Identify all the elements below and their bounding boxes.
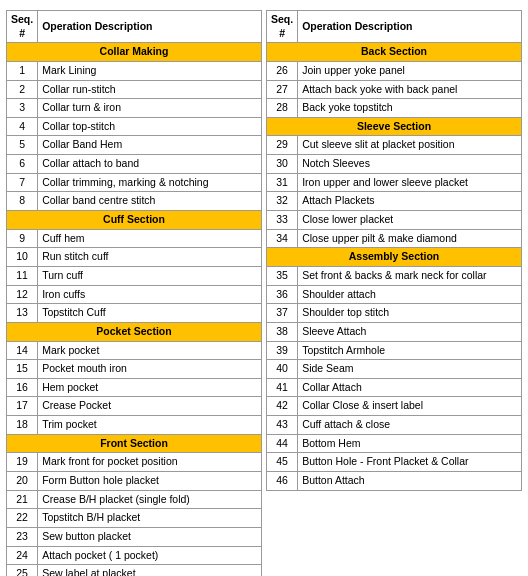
desc-cell: Collar band centre stitch bbox=[38, 192, 262, 211]
seq-cell: 9 bbox=[7, 229, 38, 248]
table-row: 14Mark pocket bbox=[7, 341, 262, 360]
left-table: Seq. # Operation Description Collar Maki… bbox=[6, 10, 262, 576]
table-row: 9Cuff hem bbox=[7, 229, 262, 248]
table-row: 7Collar trimming, marking & notching bbox=[7, 173, 262, 192]
seq-cell: 38 bbox=[267, 322, 298, 341]
table-row: 24Attach pocket ( 1 pocket) bbox=[7, 546, 262, 565]
seq-cell: 21 bbox=[7, 490, 38, 509]
seq-cell: 36 bbox=[267, 285, 298, 304]
desc-cell: Button Hole - Front Placket & Collar bbox=[298, 453, 522, 472]
seq-cell: 28 bbox=[267, 99, 298, 118]
desc-cell: Collar turn & iron bbox=[38, 99, 262, 118]
desc-cell: Cuff hem bbox=[38, 229, 262, 248]
seq-cell: 34 bbox=[267, 229, 298, 248]
left-table-section: Seq. # Operation Description Collar Maki… bbox=[6, 10, 262, 576]
table-row: 12Iron cuffs bbox=[7, 285, 262, 304]
seq-cell: 22 bbox=[7, 509, 38, 528]
table-row: 3Collar turn & iron bbox=[7, 99, 262, 118]
seq-cell: 4 bbox=[7, 117, 38, 136]
table-row: 35Set front & backs & mark neck for coll… bbox=[267, 266, 522, 285]
seq-cell: 29 bbox=[267, 136, 298, 155]
desc-cell: Collar Close & insert label bbox=[298, 397, 522, 416]
table-row: 13Topstitch Cuff bbox=[7, 304, 262, 323]
seq-cell: 19 bbox=[7, 453, 38, 472]
table-row: 25Sew label at placket bbox=[7, 565, 262, 576]
table-row: 1Mark Lining bbox=[7, 61, 262, 80]
desc-cell: Notch Sleeves bbox=[298, 155, 522, 174]
desc-cell: Cut sleeve slit at placket position bbox=[298, 136, 522, 155]
table-row: 36Shoulder attach bbox=[267, 285, 522, 304]
seq-cell: 25 bbox=[7, 565, 38, 576]
table-row: 20Form Button hole placket bbox=[7, 472, 262, 491]
seq-cell: 7 bbox=[7, 173, 38, 192]
desc-cell: Attach Plackets bbox=[298, 192, 522, 211]
table-row: 37Shoulder top stitch bbox=[267, 304, 522, 323]
desc-cell: Button Attach bbox=[298, 472, 522, 491]
desc-cell: Topstitch B/H placket bbox=[38, 509, 262, 528]
seq-cell: 11 bbox=[7, 266, 38, 285]
desc-cell: Topstitch Cuff bbox=[38, 304, 262, 323]
seq-cell: 13 bbox=[7, 304, 38, 323]
seq-cell: 41 bbox=[267, 378, 298, 397]
seq-cell: 12 bbox=[7, 285, 38, 304]
section-header: Pocket Section bbox=[7, 322, 262, 341]
seq-cell: 18 bbox=[7, 416, 38, 435]
table-row: 43Cuff attach & close bbox=[267, 416, 522, 435]
desc-cell: Iron cuffs bbox=[38, 285, 262, 304]
desc-cell: Cuff attach & close bbox=[298, 416, 522, 435]
right-table: Seq. # Operation Description Back Sectio… bbox=[266, 10, 522, 491]
table-row: 6Collar attach to band bbox=[7, 155, 262, 174]
table-row: Cuff Section bbox=[7, 211, 262, 230]
desc-cell: Mark Lining bbox=[38, 61, 262, 80]
seq-cell: 32 bbox=[267, 192, 298, 211]
desc-cell: Crease Pocket bbox=[38, 397, 262, 416]
desc-cell: Attach pocket ( 1 pocket) bbox=[38, 546, 262, 565]
desc-cell: Shoulder top stitch bbox=[298, 304, 522, 323]
seq-cell: 26 bbox=[267, 61, 298, 80]
seq-cell: 30 bbox=[267, 155, 298, 174]
seq-cell: 8 bbox=[7, 192, 38, 211]
section-header: Front Section bbox=[7, 434, 262, 453]
table-row: 2Collar run-stitch bbox=[7, 80, 262, 99]
section-header: Back Section bbox=[267, 43, 522, 62]
seq-cell: 6 bbox=[7, 155, 38, 174]
table-row: 11Turn cuff bbox=[7, 266, 262, 285]
table-row: Sleeve Section bbox=[267, 117, 522, 136]
seq-cell: 43 bbox=[267, 416, 298, 435]
table-row: 46Button Attach bbox=[267, 472, 522, 491]
desc-cell: Mark front for pocket position bbox=[38, 453, 262, 472]
seq-cell: 15 bbox=[7, 360, 38, 379]
desc-cell: Crease B/H placket (single fold) bbox=[38, 490, 262, 509]
seq-cell: 35 bbox=[267, 266, 298, 285]
desc-cell: Iron upper and lower sleeve placket bbox=[298, 173, 522, 192]
table-row: 22Topstitch B/H placket bbox=[7, 509, 262, 528]
desc-cell: Run stitch cuff bbox=[38, 248, 262, 267]
desc-cell: Form Button hole placket bbox=[38, 472, 262, 491]
desc-cell: Pocket mouth iron bbox=[38, 360, 262, 379]
desc-cell: Collar top-stitch bbox=[38, 117, 262, 136]
table-row: 16Hem pocket bbox=[7, 378, 262, 397]
main-wrapper: Seq. # Operation Description Collar Maki… bbox=[0, 0, 528, 576]
desc-cell: Shoulder attach bbox=[298, 285, 522, 304]
desc-cell: Side Seam bbox=[298, 360, 522, 379]
table-row: 44Bottom Hem bbox=[267, 434, 522, 453]
table-row: 31Iron upper and lower sleeve placket bbox=[267, 173, 522, 192]
seq-cell: 14 bbox=[7, 341, 38, 360]
seq-cell: 45 bbox=[267, 453, 298, 472]
desc-cell: Collar trimming, marking & notching bbox=[38, 173, 262, 192]
desc-cell: Collar Band Hem bbox=[38, 136, 262, 155]
table-row: 38Sleeve Attach bbox=[267, 322, 522, 341]
desc-cell: Turn cuff bbox=[38, 266, 262, 285]
desc-cell: Sew label at placket bbox=[38, 565, 262, 576]
desc-cell: Sew button placket bbox=[38, 527, 262, 546]
seq-cell: 5 bbox=[7, 136, 38, 155]
desc-cell: Collar attach to band bbox=[38, 155, 262, 174]
seq-cell: 40 bbox=[267, 360, 298, 379]
seq-cell: 27 bbox=[267, 80, 298, 99]
section-header: Cuff Section bbox=[7, 211, 262, 230]
desc-cell: Attach back yoke with back panel bbox=[298, 80, 522, 99]
table-row: 19Mark front for pocket position bbox=[7, 453, 262, 472]
seq-cell: 37 bbox=[267, 304, 298, 323]
desc-cell: Topstitch Armhole bbox=[298, 341, 522, 360]
table-row: 10Run stitch cuff bbox=[7, 248, 262, 267]
